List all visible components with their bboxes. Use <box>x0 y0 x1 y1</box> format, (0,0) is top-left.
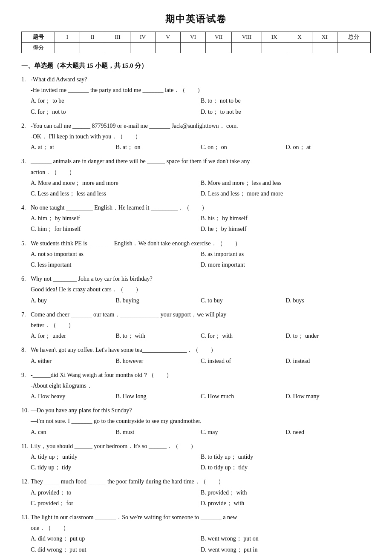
page-title: 期中英语试卷 <box>21 13 371 26</box>
question-row: 10.—Do you have any plans for this Sunda… <box>21 405 371 426</box>
option-B: B. More and more； less and less <box>201 178 371 188</box>
question-content: Come and cheer _______ our team．________… <box>31 309 371 331</box>
question-line: -He invited me _______ the party and tol… <box>31 85 371 95</box>
question-content: Why not ________ John a toy car for his … <box>31 273 371 295</box>
option-A: A. for； under <box>31 331 116 341</box>
option-C: C. for； not to <box>31 106 201 117</box>
option-C: C. How much <box>201 391 286 402</box>
question-line: _______ animals are in danger and there … <box>31 156 371 167</box>
question-content: -______did Xi Wang weigh at four months … <box>31 370 371 391</box>
question-content: No one taught _________ English．He learn… <box>31 202 371 213</box>
option-A: A. did wrong； put up <box>31 533 201 544</box>
option-A: A. him； by himself <box>31 213 201 224</box>
question-row: 1.-What did Adward say?-He invited me __… <box>21 74 371 95</box>
question-line: They _____ much food ______ the poor fam… <box>31 476 371 487</box>
question-line: Come and cheer _______ our team．________… <box>31 309 371 320</box>
option-A: A. can <box>31 427 116 437</box>
question-line: -What did Adward say? <box>31 74 371 85</box>
option-D: D. buys <box>286 295 371 306</box>
option-C: C. provided； for <box>31 498 201 509</box>
option-A: A. not so important as <box>31 249 201 259</box>
question-row: 4.No one taught _________ English．He lea… <box>21 202 371 213</box>
question-content: _______ animals are in danger and there … <box>31 156 371 177</box>
section1-title: 一、单选题（本大题共 15 小题，共 15.0 分） <box>21 62 371 70</box>
options-container: A. More and more； more and moreB. More a… <box>31 178 371 199</box>
option-A: A. at； at <box>31 142 116 152</box>
option-C: C. for； with <box>201 331 286 341</box>
option-D: D. more important <box>201 259 371 270</box>
option-A: A. for； to be <box>31 95 201 106</box>
option-B: B. as important as <box>201 249 371 259</box>
question-number: 9. <box>21 370 31 380</box>
option-A: A. How heavy <box>31 391 116 402</box>
option-D: D. went wrong； put in <box>201 544 371 555</box>
option-C: C. Less and less； less and less <box>31 188 201 199</box>
option-D: D. need <box>286 427 371 437</box>
question-number: 4. <box>21 202 31 213</box>
option-D: D. on； at <box>286 142 371 152</box>
question-8: 8.We haven't got any coffee. Let's have … <box>21 345 371 366</box>
question-content: -What did Adward say?-He invited me ____… <box>31 74 371 95</box>
options-container: A. did wrong； put upB. went wrong； put o… <box>31 533 371 555</box>
question-row: 9.-______did Xi Wang weigh at four month… <box>21 370 371 391</box>
option-B: B. must <box>116 427 201 437</box>
question-3: 3._______ animals are in danger and ther… <box>21 156 371 199</box>
option-C: C. less important <box>31 259 201 270</box>
question-content: The light in our classroom _______．So we… <box>31 512 371 533</box>
option-B: B. buying <box>116 295 201 306</box>
options-container: A. How heavyB. How longC. How muchD. How… <box>31 391 371 402</box>
option-A: A. More and more； more and more <box>31 178 201 188</box>
question-content: —Do you have any plans for this Sunday?—… <box>31 405 371 426</box>
questions-container: 1.-What did Adward say?-He invited me __… <box>21 74 371 555</box>
question-content: Lily，you should ______ your bedroom．It's… <box>31 441 371 451</box>
option-B: B. to； with <box>116 331 201 341</box>
question-line: —I'm not sure. I _______ go to the count… <box>31 416 371 426</box>
option-A: A. buy <box>31 295 116 306</box>
question-line: No one taught _________ English．He learn… <box>31 202 371 213</box>
question-content: -You can call me ______ 87795109 or e-ma… <box>31 121 371 142</box>
question-row: 5.We students think PE is ________ Engli… <box>21 238 371 249</box>
question-line: better．（ ） <box>31 320 371 331</box>
options-container: A. tidy up； untidyB. to tidy up； untidyC… <box>31 451 371 473</box>
options-container: A. provided； toB. provided； withC. provi… <box>31 487 371 509</box>
option-B: B. to； not to be <box>201 95 371 106</box>
score-table: 题号IIIIIIIVVVIVIIVIIIIXXXI总分 得分 <box>21 32 371 53</box>
question-line: action．（ ） <box>31 167 371 178</box>
option-A: A. provided； to <box>31 487 201 498</box>
option-D: D. Less and less； more and more <box>201 188 371 199</box>
option-C: C. tidy up； tidy <box>31 462 201 473</box>
question-number: 8. <box>21 345 31 355</box>
question-row: 2.-You can call me ______ 87795109 or e-… <box>21 121 371 142</box>
question-2: 2.-You can call me ______ 87795109 or e-… <box>21 121 371 153</box>
question-line: Lily，you should ______ your bedroom．It's… <box>31 441 371 451</box>
option-D: D. provide； with <box>201 498 371 509</box>
option-D: D. to； under <box>286 331 371 341</box>
question-row: 11.Lily，you should ______ your bedroom．I… <box>21 441 371 451</box>
question-line: Good idea! He is crazy about cars．（ ） <box>31 284 371 295</box>
option-D: D. How many <box>286 391 371 402</box>
question-line: The light in our classroom _______．So we… <box>31 512 371 523</box>
question-number: 1. <box>21 74 31 85</box>
question-number: 11. <box>21 441 31 451</box>
option-D: D. to； to not be <box>201 106 371 117</box>
question-number: 2. <box>21 121 31 131</box>
options-container: A. him； by himselfB. his； by himselfC. h… <box>31 213 371 234</box>
options-container: A. for； underB. to； withC. for； withD. t… <box>31 331 371 341</box>
option-B: B. however <box>116 356 201 366</box>
option-B: B. at； on <box>116 142 201 152</box>
question-row: 3._______ animals are in danger and ther… <box>21 156 371 177</box>
question-number: 13. <box>21 512 31 523</box>
option-A: A. either <box>31 356 116 366</box>
question-number: 3. <box>21 156 31 167</box>
question-7: 7.Come and cheer _______ our team．______… <box>21 309 371 342</box>
options-container: A. canB. mustC. mayD. need <box>31 427 371 437</box>
question-4: 4.No one taught _________ English．He lea… <box>21 202 371 235</box>
option-A: A. tidy up； untidy <box>31 451 201 462</box>
question-number: 6. <box>21 273 31 284</box>
question-13: 13.The light in our classroom _______．So… <box>21 512 371 555</box>
question-number: 7. <box>21 309 31 320</box>
question-12: 12.They _____ much food ______ the poor … <box>21 476 371 509</box>
option-B: B. How long <box>116 391 201 402</box>
option-C: C. to buy <box>201 295 286 306</box>
option-B: B. provided； with <box>201 487 371 498</box>
